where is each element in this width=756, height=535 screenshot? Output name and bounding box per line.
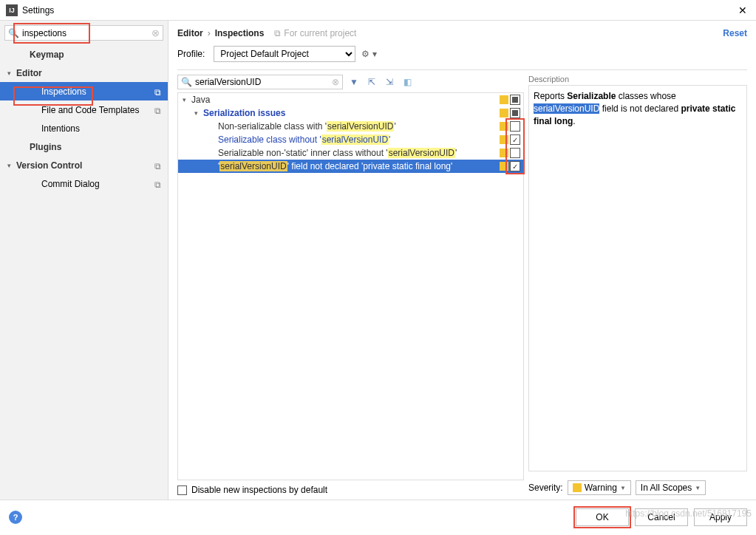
sidebar: 🔍 ⊗ Keymap▾EditorInspections⧉File and Co… — [0, 21, 168, 500]
sidebar-item-label: File and Code Templates — [41, 105, 154, 115]
inspection-checkbox[interactable] — [510, 161, 520, 171]
inspection-checkbox[interactable] — [510, 108, 520, 118]
clear-search-icon[interactable]: ⊗ — [151, 27, 160, 38]
inspection-item[interactable]: Serializable non-'static' inner class wi… — [178, 146, 523, 160]
sidebar-item-label: Editor — [16, 68, 168, 78]
inspection-label: 'serialVersionUID' field not declared 'p… — [218, 161, 500, 171]
inspection-checkbox[interactable] — [510, 134, 520, 145]
severity-color-icon — [500, 122, 508, 131]
clear-icon[interactable]: ⊗ — [332, 77, 339, 87]
sidebar-item-label: Inspections — [41, 86, 154, 97]
sidebar-item-intentions[interactable]: Intentions — [0, 119, 168, 137]
sidebar-item-version-control[interactable]: ▾Version Control⧉ — [0, 156, 168, 174]
profile-row: Profile: Project Default Project ⚙ ▾ — [177, 46, 747, 62]
profile-select[interactable]: Project Default Project — [214, 46, 355, 62]
inspection-label: Serializable non-'static' inner class wi… — [218, 148, 500, 158]
expand-arrow-icon: ▾ — [194, 109, 203, 117]
for-current-project-hint: ⧉ For current project — [274, 28, 356, 38]
profile-label: Profile: — [177, 49, 205, 59]
inspection-category[interactable]: ▾Java — [178, 93, 523, 106]
severity-color-icon — [500, 149, 508, 157]
group-label: Serialization issues — [203, 108, 500, 118]
sidebar-item-label: Plugins — [30, 142, 168, 152]
window-title: Settings — [22, 5, 735, 16]
inspection-item[interactable]: Serializable class without 'serialVersio… — [178, 133, 523, 146]
ok-button[interactable]: OK — [576, 508, 629, 526]
close-icon[interactable]: ✕ — [735, 4, 750, 16]
inspection-checkbox[interactable] — [510, 148, 520, 158]
inspections-tree[interactable]: ▾Java▾Serialization issuesNon-serializab… — [177, 92, 524, 480]
warning-color-icon — [573, 483, 582, 492]
inspection-label: Serializable class without 'serialVersio… — [218, 134, 500, 145]
severity-label: Severity: — [528, 483, 563, 493]
titlebar: IJ Settings ✕ — [0, 0, 756, 21]
breadcrumb-row: Editor › Inspections ⧉ For current proje… — [177, 28, 747, 38]
description-text: Reports Serializable classes whose seria… — [528, 85, 747, 471]
reset-filter-icon[interactable]: ◧ — [401, 75, 414, 89]
description-panel: Description Reports Serializable classes… — [528, 75, 747, 495]
cancel-button[interactable]: Cancel — [635, 508, 688, 526]
reset-link[interactable]: Reset — [723, 28, 747, 38]
dialog-footer: ? OK Cancel Apply — [0, 500, 756, 534]
expand-arrow-icon: ▾ — [183, 96, 191, 103]
disable-new-checkbox[interactable] — [177, 485, 187, 495]
project-scope-icon: ⧉ — [154, 106, 163, 115]
severity-color-icon — [500, 135, 508, 144]
crumb-inspections: Inspections — [215, 28, 265, 38]
severity-row: Severity: Warning ▼ In All Scopes ▼ — [528, 480, 747, 495]
search-icon: 🔍 — [181, 77, 192, 87]
sidebar-item-commit-dialog[interactable]: Commit Dialog⧉ — [0, 174, 168, 193]
sidebar-item-label: Keymap — [30, 50, 168, 60]
project-scope-icon: ⧉ — [154, 180, 163, 188]
inspection-item[interactable]: Non-serializable class with 'serialVersi… — [178, 120, 523, 133]
gear-icon[interactable]: ⚙ ▾ — [361, 49, 376, 59]
disable-new-row: Disable new inspections by default — [177, 485, 524, 495]
sidebar-item-label: Intentions — [41, 123, 168, 134]
crumb-sep: › — [208, 28, 211, 38]
inspection-search-input[interactable] — [195, 77, 332, 87]
category-label: Java — [191, 95, 500, 105]
description-label: Description — [528, 75, 747, 84]
inspection-checkbox[interactable] — [510, 121, 520, 132]
inspection-checkbox[interactable] — [510, 95, 520, 105]
sidebar-item-inspections[interactable]: Inspections⧉ — [0, 82, 168, 100]
project-scope-icon: ⧉ — [154, 87, 163, 96]
apply-button[interactable]: Apply — [694, 508, 747, 526]
expand-arrow-icon: ▾ — [7, 69, 16, 77]
inspection-label: Non-serializable class with 'serialVersi… — [218, 121, 500, 132]
copy-icon: ⧉ — [274, 28, 281, 38]
sidebar-search[interactable]: 🔍 ⊗ — [4, 25, 163, 41]
filter-icon[interactable]: ▼ — [347, 75, 361, 89]
severity-color-icon — [500, 95, 508, 104]
collapse-all-icon[interactable]: ⇲ — [383, 75, 396, 89]
inspection-group[interactable]: ▾Serialization issues — [178, 106, 523, 120]
search-icon: 🔍 — [8, 28, 19, 38]
expand-all-icon[interactable]: ⇱ — [365, 75, 378, 89]
chevron-down-icon: ▼ — [695, 485, 701, 491]
disable-new-label: Disable new inspections by default — [191, 485, 327, 495]
crumb-editor: Editor — [177, 28, 203, 38]
sidebar-search-input[interactable] — [22, 28, 151, 38]
project-scope-icon: ⧉ — [154, 161, 163, 170]
expand-arrow-icon: ▾ — [7, 162, 16, 169]
sidebar-item-label: Commit Dialog — [41, 179, 154, 189]
inspection-search[interactable]: 🔍 ⊗ — [177, 75, 343, 89]
severity-color-icon — [500, 109, 508, 117]
app-icon: IJ — [6, 4, 18, 16]
severity-select[interactable]: Warning ▼ — [568, 480, 631, 495]
settings-tree: Keymap▾EditorInspections⧉File and Code T… — [0, 45, 168, 500]
sidebar-item-label: Version Control — [16, 160, 154, 171]
sidebar-item-plugins[interactable]: Plugins — [0, 137, 168, 156]
severity-color-icon — [500, 162, 508, 171]
scope-select[interactable]: In All Scopes ▼ — [636, 480, 706, 495]
inspection-item[interactable]: 'serialVersionUID' field not declared 'p… — [178, 160, 523, 173]
content-panel: Editor › Inspections ⧉ For current proje… — [168, 21, 756, 500]
help-icon[interactable]: ? — [9, 511, 22, 524]
sidebar-item-keymap[interactable]: Keymap — [0, 45, 168, 64]
sidebar-item-file-and-code-templates[interactable]: File and Code Templates⧉ — [0, 100, 168, 119]
sidebar-item-editor[interactable]: ▾Editor — [0, 64, 168, 82]
inspection-toolbar: 🔍 ⊗ ▼ ⇱ ⇲ ◧ — [177, 75, 524, 89]
chevron-down-icon: ▼ — [620, 485, 626, 491]
